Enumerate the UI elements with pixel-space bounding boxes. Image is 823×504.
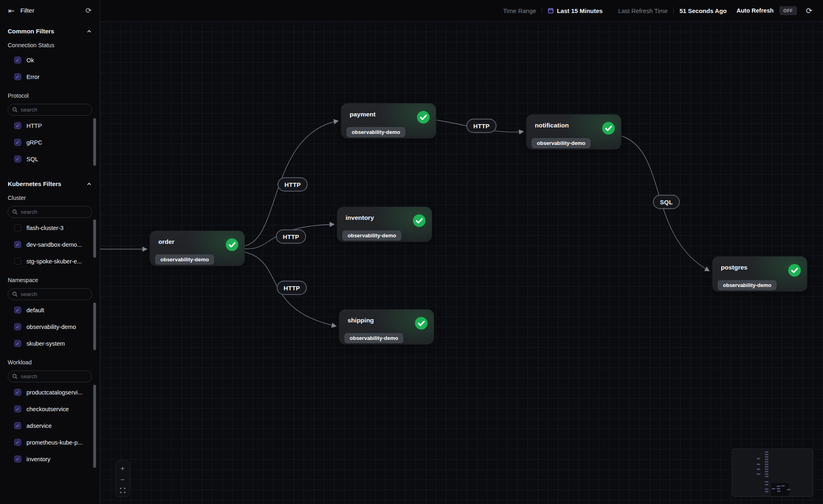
checkbox[interactable]: ✓ bbox=[14, 307, 21, 313]
checkbox[interactable]: ✓ bbox=[14, 241, 21, 248]
connection-status-label: Connection Status bbox=[0, 37, 100, 51]
service-node-inventory[interactable]: inventory observability-demo bbox=[337, 207, 432, 242]
filter-checkbox-item[interactable]: ✓ adservice bbox=[0, 417, 100, 434]
kubernetes-filters-header: Kubernetes Filters bbox=[0, 174, 100, 190]
filter-checkbox-item[interactable]: ✓ gRPC bbox=[0, 134, 100, 151]
protocol-search-input[interactable] bbox=[21, 107, 88, 113]
checkbox[interactable]: ✓ bbox=[14, 323, 21, 330]
edge-protocol-label: SQL bbox=[653, 195, 680, 209]
check-icon: ✓ bbox=[15, 457, 20, 462]
time-range-selector[interactable]: Last 15 Minutes bbox=[548, 7, 603, 14]
check-icon: ✓ bbox=[15, 157, 20, 162]
namespace-search bbox=[8, 288, 92, 300]
checkbox[interactable]: ✓ bbox=[14, 73, 21, 80]
filter-checkbox-item[interactable]: ✓ HTTP bbox=[0, 117, 100, 134]
service-node-order[interactable]: order observability-demo bbox=[150, 231, 245, 266]
checkbox[interactable]: ✓ bbox=[14, 224, 21, 231]
filter-checkbox-item[interactable]: ✓ default bbox=[0, 302, 100, 318]
namespace-search-input[interactable] bbox=[21, 291, 88, 297]
filter-checkbox-item[interactable]: ✓ dev-sandbox-demo... bbox=[0, 236, 100, 253]
zoom-in-button[interactable]: + bbox=[116, 465, 129, 472]
service-node-notification[interactable]: notification observability-demo bbox=[526, 114, 621, 149]
workload-search-input[interactable] bbox=[21, 373, 88, 379]
filter-item-label: adservice bbox=[26, 423, 52, 429]
checkbox[interactable]: ✓ bbox=[14, 122, 21, 129]
search-icon bbox=[12, 209, 18, 215]
workload-list: ✓ productcatalogservi... ✓ checkoutservi… bbox=[0, 383, 100, 472]
checkbox[interactable]: ✓ bbox=[14, 57, 21, 64]
scrollbar-thumb[interactable] bbox=[93, 302, 96, 350]
cluster-list: ✓ flash-cluster-3 ✓ dev-sandbox-demo... … bbox=[0, 219, 100, 272]
filter-checkbox-item[interactable]: ✓ productcatalogservi... bbox=[0, 384, 100, 401]
filter-item-label: prometheus-kube-p... bbox=[26, 439, 83, 446]
filter-checkbox-item[interactable]: ✓ flash-cluster-3 bbox=[0, 219, 100, 236]
checkbox[interactable]: ✓ bbox=[14, 389, 21, 396]
status-ok-icon bbox=[412, 214, 426, 228]
checkbox[interactable]: ✓ bbox=[14, 405, 21, 412]
filter-checkbox-item[interactable]: ✓ prometheus-kube-p... bbox=[0, 434, 100, 451]
filter-checkbox-item[interactable]: ✓ skuber-system bbox=[0, 335, 100, 352]
minimap[interactable] bbox=[732, 449, 813, 497]
filter-refresh-icon[interactable]: ⟳ bbox=[85, 7, 92, 14]
chevron-up-icon[interactable] bbox=[87, 29, 92, 34]
filter-checkbox-item[interactable]: ✓ checkoutservice bbox=[0, 401, 100, 417]
scrollbar-thumb[interactable] bbox=[93, 118, 96, 166]
collapse-sidebar-icon[interactable]: ⇤ bbox=[8, 7, 15, 15]
service-node-shipping[interactable]: shipping observability-demo bbox=[339, 309, 434, 344]
search-icon bbox=[12, 374, 18, 379]
minimap-node-mark bbox=[765, 461, 768, 462]
service-name: order bbox=[158, 237, 175, 245]
minimap-node-mark bbox=[765, 459, 768, 460]
namespace-badge: observability-demo bbox=[155, 254, 214, 265]
checkbox[interactable]: ✓ bbox=[14, 422, 21, 429]
filter-checkbox-item[interactable]: ✓ inventory bbox=[0, 451, 100, 467]
kubernetes-filters-title: Kubernetes Filters bbox=[8, 180, 61, 187]
filter-item-label: checkoutservice bbox=[26, 406, 69, 412]
minimap-node-mark bbox=[765, 451, 768, 453]
checkbox[interactable]: ✓ bbox=[14, 139, 21, 146]
checkbox[interactable]: ✓ bbox=[14, 456, 21, 462]
filter-item-label: dev-sandbox-demo... bbox=[26, 241, 82, 248]
cluster-search-input[interactable] bbox=[21, 209, 88, 215]
filter-item-label: skuber-system bbox=[26, 340, 65, 347]
checkbox[interactable]: ✓ bbox=[14, 258, 21, 265]
filter-sidebar-header: ⇤ Filter ⟳ bbox=[0, 0, 100, 21]
auto-refresh-toggle[interactable]: OFF bbox=[779, 6, 797, 15]
fit-view-icon[interactable] bbox=[120, 488, 125, 493]
edge-protocol-label: HTTP bbox=[277, 281, 307, 295]
filter-checkbox-item[interactable]: ✓ bbox=[0, 467, 100, 472]
last-refresh-label: Last Refresh Time bbox=[618, 7, 668, 14]
check-icon: ✓ bbox=[15, 390, 20, 395]
check-icon: ✓ bbox=[15, 123, 20, 128]
filter-item-label: gRPC bbox=[26, 139, 42, 146]
scrollbar-thumb[interactable] bbox=[93, 385, 96, 468]
filter-item-label: Ok bbox=[26, 57, 34, 64]
filter-item-label: observability-demo bbox=[26, 324, 76, 330]
service-node-postgres[interactable]: postgres observability-demo bbox=[712, 256, 807, 291]
checkbox[interactable]: ✓ bbox=[14, 340, 21, 347]
refresh-icon[interactable]: ⟳ bbox=[806, 6, 812, 15]
checkbox[interactable]: ✓ bbox=[14, 156, 21, 162]
minimap-node-mark bbox=[777, 486, 780, 487]
filter-checkbox-item[interactable]: ✓ Error bbox=[0, 68, 100, 85]
filter-checkbox-item[interactable]: ✓ stg-spoke-skuber-e... bbox=[0, 253, 100, 270]
filter-item-label: SQL bbox=[26, 156, 38, 162]
chevron-up-icon[interactable] bbox=[87, 182, 92, 186]
minimap-node-mark bbox=[757, 473, 760, 475]
filter-checkbox-item[interactable]: ✓ SQL bbox=[0, 151, 100, 167]
minimap-node-mark bbox=[777, 488, 780, 489]
scrollbar-thumb[interactable] bbox=[93, 219, 96, 258]
minimap-node-mark bbox=[781, 485, 785, 486]
minimap-node-mark bbox=[765, 469, 768, 470]
minimap-node-mark bbox=[765, 473, 768, 475]
connection-status-list: ✓ Ok ✓ Error bbox=[0, 51, 100, 88]
filter-checkbox-item[interactable]: ✓ observability-demo bbox=[0, 318, 100, 335]
service-node-payment[interactable]: payment observability-demo bbox=[341, 103, 436, 138]
filter-checkbox-item[interactable]: ✓ Ok bbox=[0, 52, 100, 68]
service-map-canvas[interactable]: + − order observability-demo payment bbox=[100, 21, 823, 504]
namespace-badge: observability-demo bbox=[344, 333, 403, 343]
zoom-out-button[interactable]: − bbox=[116, 476, 129, 483]
checkbox[interactable]: ✓ bbox=[14, 439, 21, 446]
service-name: postgres bbox=[721, 263, 747, 271]
cluster-search bbox=[8, 206, 92, 218]
